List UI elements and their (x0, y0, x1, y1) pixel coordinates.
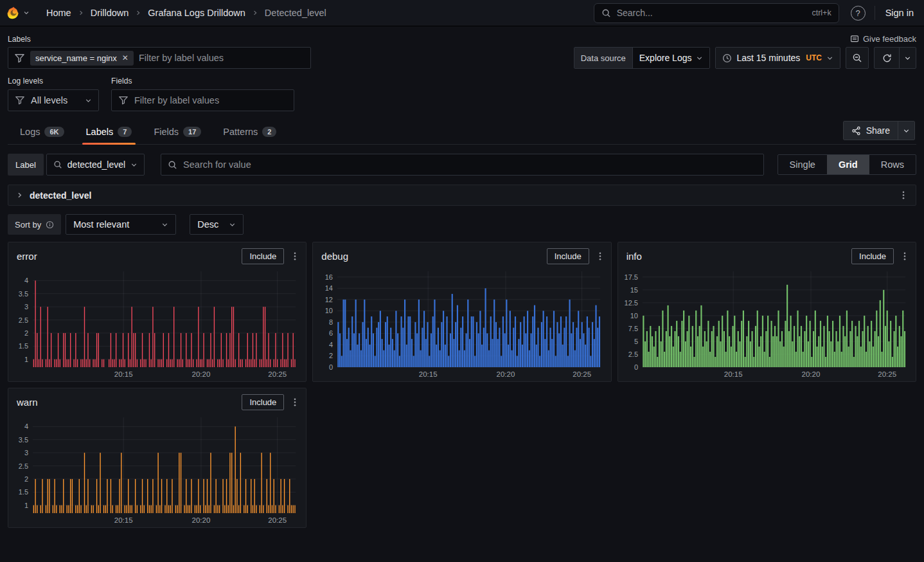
info-icon[interactable] (46, 221, 54, 229)
kebab-menu-icon[interactable] (596, 251, 605, 261)
time-range-label: Last 15 minutes (736, 53, 800, 63)
svg-text:2: 2 (329, 352, 333, 359)
global-search-input[interactable] (617, 8, 806, 18)
sign-in-link[interactable]: Sign in (885, 8, 914, 18)
svg-text:4: 4 (24, 422, 28, 430)
share-button[interactable]: Share (844, 122, 898, 140)
label-filter-input[interactable]: service_name = nginx ✕ Filter by label v… (8, 47, 311, 69)
zoom-out-icon (846, 48, 868, 68)
kebab-menu-icon[interactable] (900, 251, 909, 261)
svg-text:20:15: 20:15 (114, 516, 133, 524)
tab-label: Fields (154, 127, 179, 137)
svg-text:20:20: 20:20 (801, 370, 820, 378)
give-feedback-button[interactable]: Give feedback (850, 34, 916, 44)
tab-label: Patterns (223, 127, 258, 137)
kebab-menu-icon[interactable] (290, 397, 299, 407)
svg-text:20:15: 20:15 (419, 370, 438, 378)
layout-toggle: Single Grid Rows (777, 154, 916, 175)
question-mark-icon: ? (856, 8, 860, 18)
include-button[interactable]: Include (242, 394, 284, 410)
svg-text:2: 2 (24, 329, 28, 337)
debug-volume-chart[interactable]: 024681012141620:1520:2020:25 (313, 266, 610, 381)
svg-text:20:15: 20:15 (724, 370, 742, 378)
svg-text:2: 2 (24, 475, 28, 483)
include-button[interactable]: Include (242, 248, 284, 264)
datasource-select[interactable]: Explore Logs (632, 48, 710, 68)
tab-patterns[interactable]: Patterns 2 (219, 120, 280, 144)
search-icon (168, 160, 177, 170)
value-search-input[interactable]: Search for value (161, 154, 764, 176)
refresh-interval-dropdown[interactable] (899, 48, 916, 68)
time-range-picker[interactable]: Last 15 minutes UTC (715, 47, 840, 69)
panels-grid: error Include 11.522.533.5420:1520:2020:… (8, 242, 916, 528)
datasource-picker: Data source Explore Logs (574, 47, 711, 69)
fields-filter-input[interactable]: Filter by label values (111, 89, 294, 111)
chevron-down-icon (161, 221, 168, 228)
breadcrumb-drilldown[interactable]: Drilldown (91, 8, 129, 18)
include-button[interactable]: Include (851, 248, 894, 264)
fields-filter-placeholder: Filter by label values (134, 95, 219, 105)
layout-option-rows[interactable]: Rows (869, 155, 916, 174)
kebab-menu-icon[interactable] (899, 190, 908, 200)
tab-logs[interactable]: Logs 6K (16, 120, 68, 144)
info-volume-chart[interactable]: 02.557.51012.51517.520:1520:2020:25 (618, 266, 916, 381)
refresh-button[interactable] (875, 48, 899, 68)
tab-labels[interactable]: Labels 7 (82, 120, 136, 144)
sort-by-value: Most relevant (73, 219, 129, 230)
refresh-button-group (874, 47, 916, 69)
svg-text:1.5: 1.5 (19, 488, 28, 496)
global-search-box[interactable]: ctrl+k (594, 3, 839, 23)
svg-text:17.5: 17.5 (624, 273, 637, 281)
warn-volume-chart[interactable]: 11.522.533.5420:1520:2020:25 (8, 412, 306, 527)
layout-option-single[interactable]: Single (778, 155, 827, 174)
svg-text:2.5: 2.5 (628, 350, 637, 358)
error-volume-chart[interactable]: 11.522.533.5420:1520:2020:25 (8, 266, 306, 381)
svg-text:12.5: 12.5 (624, 299, 637, 307)
chevron-down-icon (826, 55, 833, 62)
share-dropdown-button[interactable] (898, 122, 914, 140)
log-levels-value: All levels (31, 95, 67, 105)
include-button[interactable]: Include (547, 248, 589, 264)
label-name-select[interactable]: detected_level (46, 154, 145, 176)
chevron-down-icon (696, 55, 703, 62)
help-button[interactable]: ? (851, 6, 866, 21)
chevron-down-icon (229, 221, 236, 228)
svg-text:0: 0 (634, 363, 638, 371)
filter-chip-service-name[interactable]: service_name = nginx ✕ (30, 51, 134, 66)
panel-warn: warn Include 11.522.533.5420:1520:2020:2… (8, 388, 307, 528)
tab-label: Labels (86, 127, 114, 137)
svg-text:20:25: 20:25 (268, 516, 287, 524)
give-feedback-label: Give feedback (863, 34, 916, 44)
grafana-logo-menu[interactable] (6, 6, 30, 20)
main-content: Labels Give feedback service_name = ngin… (0, 26, 924, 541)
svg-text:3: 3 (24, 449, 28, 457)
layout-option-grid[interactable]: Grid (827, 155, 869, 174)
group-collapse-row[interactable]: detected_level (8, 185, 916, 206)
log-levels-select[interactable]: All levels (8, 89, 99, 111)
svg-text:1: 1 (24, 356, 28, 363)
breadcrumb-home[interactable]: Home (46, 8, 71, 18)
search-icon (53, 160, 62, 169)
panel-info: info Include 02.557.51012.51517.520:1520… (617, 242, 916, 382)
sort-by-select[interactable]: Most relevant (66, 214, 176, 235)
close-icon[interactable]: ✕ (122, 53, 129, 62)
svg-text:10: 10 (630, 312, 637, 320)
filter-icon (118, 95, 129, 105)
svg-text:20:25: 20:25 (573, 370, 592, 378)
tab-fields[interactable]: Fields 17 (150, 120, 205, 144)
sort-by-label: Sort by (15, 220, 41, 230)
divider (875, 6, 875, 20)
breadcrumb-logs-drilldown[interactable]: Grafana Logs Drilldown (148, 8, 245, 18)
svg-text:0: 0 (329, 363, 333, 371)
sort-by-label-box: Sort by (8, 214, 61, 235)
search-icon (601, 8, 611, 18)
breadcrumb: Home Drilldown Grafana Logs Drilldown De… (46, 8, 326, 18)
tab-count-badge: 2 (262, 127, 276, 137)
svg-text:4: 4 (329, 341, 333, 349)
svg-text:7.5: 7.5 (628, 325, 637, 332)
zoom-out-button[interactable] (846, 47, 869, 69)
filter-chip-label: service_name = nginx (35, 53, 117, 63)
sort-direction-select[interactable]: Desc (190, 214, 244, 235)
svg-text:4: 4 (24, 276, 28, 284)
kebab-menu-icon[interactable] (290, 251, 299, 261)
